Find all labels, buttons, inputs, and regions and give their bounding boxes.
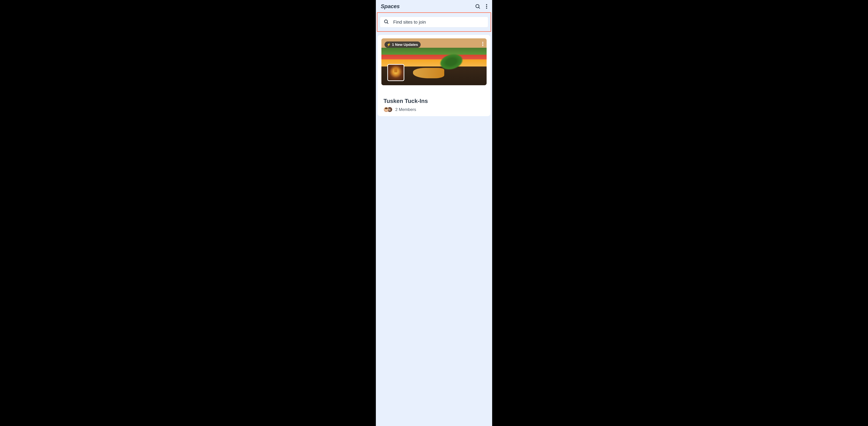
svg-point-2 [486, 4, 487, 5]
search-highlight-callout [377, 12, 491, 32]
space-title: Tusken Tuck-Ins [383, 98, 485, 104]
header: Spaces [376, 0, 492, 12]
member-avatars: S [383, 107, 393, 112]
svg-point-3 [486, 6, 487, 7]
search-icon [384, 19, 389, 25]
card-more-menu-icon[interactable] [482, 41, 484, 47]
lightning-bolt-icon: ⚡ [386, 42, 391, 47]
search-icon[interactable] [475, 4, 480, 9]
header-actions [475, 4, 487, 9]
svg-line-1 [478, 7, 479, 8]
app-screen: Spaces [376, 0, 492, 426]
page-title: Spaces [381, 3, 400, 9]
svg-line-6 [387, 23, 388, 24]
card-inner: ⚡ 1 New Updates Tusken Tuck-Ins [378, 35, 490, 116]
search-input[interactable] [393, 20, 484, 25]
svg-point-8 [482, 43, 483, 44]
updates-badge[interactable]: ⚡ 1 New Updates [384, 41, 421, 48]
members-count: 2 Members [395, 107, 416, 112]
search-bar[interactable] [380, 17, 488, 27]
more-menu-icon[interactable] [486, 4, 487, 9]
card-body: Tusken Tuck-Ins S 2 Members [381, 85, 487, 112]
svg-point-9 [482, 45, 483, 46]
space-thumbnail [387, 64, 404, 81]
svg-point-7 [482, 42, 483, 43]
card-meta: S 2 Members [383, 107, 485, 112]
svg-point-4 [486, 7, 487, 9]
space-card[interactable]: ⚡ 1 New Updates Tusken Tuck-Ins [378, 35, 490, 116]
updates-badge-text: 1 New Updates [392, 42, 418, 47]
